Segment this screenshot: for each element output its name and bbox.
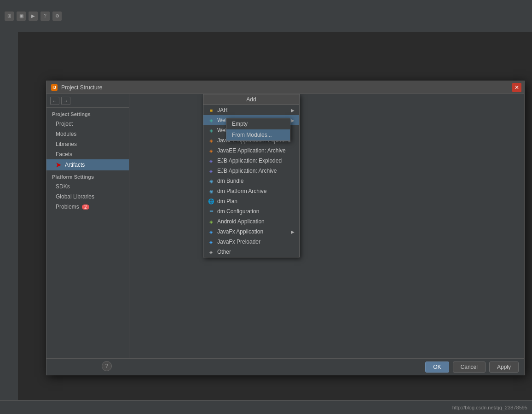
sidebar-item-modules[interactable]: Modules <box>46 129 129 139</box>
ejb-exploded-icon: ◈ <box>208 157 214 164</box>
dialog-main: Add ■ JAR ▶ ◈ Web Application: Exploded … <box>129 94 524 358</box>
project-structure-dialog: IJ Project Structure ✕ ← → Project Setti… <box>46 81 525 375</box>
dialog-close-button[interactable]: ✕ <box>512 83 521 92</box>
problems-label: Problems <box>56 204 79 210</box>
dropdown-item-dm-plan[interactable]: 🌐 dm Plan <box>203 196 299 206</box>
sidebar-nav: Project Settings Project Modules Librari… <box>46 108 129 358</box>
javafx-submenu-arrow: ▶ <box>291 229 295 234</box>
other-icon: ◈ <box>208 249 214 255</box>
javaee-exploded-icon: ◈ <box>208 137 214 144</box>
dialog-sidebar: ← → Project Settings Project Modules Lib… <box>46 94 129 358</box>
dialog-footer: ? OK Cancel Apply <box>46 358 524 375</box>
web-exploded-sub-menu: Empty From Modules... <box>226 118 290 141</box>
dropdown-item-jar[interactable]: ■ JAR ▶ <box>203 105 299 115</box>
dm-bundle-icon: ◉ <box>208 178 214 184</box>
sidebar-item-libraries[interactable]: Libraries <box>46 139 129 149</box>
jar-submenu-arrow: ▶ <box>291 108 295 113</box>
dropdown-item-ejb-exploded[interactable]: ◈ EJB Application: Exploded <box>203 156 299 166</box>
project-settings-label: Project Settings <box>46 108 129 119</box>
dialog-titlebar: IJ Project Structure ✕ <box>46 81 524 94</box>
ejb-archive-icon: ◈ <box>208 168 214 174</box>
dialog-body: ← → Project Settings Project Modules Lib… <box>46 94 524 358</box>
add-dropdown-header: Add <box>203 94 299 105</box>
artifacts-arrow-indicator: ➤ <box>56 161 63 169</box>
dropdown-item-javafx-app[interactable]: ◈ JavaFx Application ▶ <box>203 227 299 237</box>
javafx-icon: ◈ <box>208 228 214 235</box>
dropdown-item-javaee-archive[interactable]: ◈ JavaEE Application: Archive <box>203 146 299 156</box>
problems-badge: 2 <box>82 204 89 210</box>
problems-row[interactable]: Problems 2 <box>46 202 129 212</box>
dm-plan-icon: 🌐 <box>208 198 214 204</box>
submenu-item-from-modules[interactable]: From Modules... <box>226 129 290 140</box>
help-button[interactable]: ? <box>102 361 112 371</box>
dropdown-item-other[interactable]: ◈ Other <box>203 247 299 257</box>
javafx-preloader-icon: ◈ <box>208 239 214 245</box>
nav-forward-button[interactable]: → <box>61 97 70 105</box>
ok-button[interactable]: OK <box>425 362 449 373</box>
web-archive-icon: ◈ <box>208 127 214 134</box>
sidebar-toolbar: ← → <box>46 94 129 108</box>
dropdown-item-dm-platform-archive[interactable]: ◉ dm Platform Archive <box>203 186 299 196</box>
cancel-button[interactable]: Cancel <box>453 362 486 373</box>
dropdown-item-javafx-preloader[interactable]: ◈ JavaFx Preloader <box>203 237 299 247</box>
sidebar-item-artifacts[interactable]: ➤ Artifacts <box>46 159 129 170</box>
web-exploded-icon: ◈ <box>208 117 214 123</box>
dialog-title-icon: IJ <box>51 84 58 91</box>
sidebar-item-sdks[interactable]: SDKs <box>46 181 129 192</box>
dropdown-item-android-app[interactable]: ◈ Android Application <box>203 216 299 227</box>
submenu-item-empty[interactable]: Empty <box>226 118 290 129</box>
dm-config-icon: ☰ <box>208 208 214 215</box>
javaee-archive-icon: ◈ <box>208 147 214 154</box>
dropdown-item-dm-configuration[interactable]: ☰ dm Configuration <box>203 206 299 216</box>
nav-back-button[interactable]: ← <box>50 97 59 105</box>
sidebar-item-project[interactable]: Project <box>46 119 129 129</box>
apply-button[interactable]: Apply <box>489 362 519 373</box>
android-icon: ◈ <box>208 218 214 225</box>
dm-platform-icon: ◉ <box>208 188 214 194</box>
web-exploded-submenu-arrow: ▶ <box>291 118 295 123</box>
dialog-title-text: Project Structure <box>61 84 102 91</box>
dropdown-item-ejb-archive[interactable]: ◈ EJB Application: Archive <box>203 166 299 176</box>
dialog-overlay: IJ Project Structure ✕ ← → Project Setti… <box>0 0 532 414</box>
sidebar-item-global-libraries[interactable]: Global Libraries <box>46 192 129 202</box>
platform-settings-label: Platform Settings <box>46 170 129 181</box>
jar-icon: ■ <box>208 107 214 113</box>
dropdown-item-dm-bundle[interactable]: ◉ dm Bundle <box>203 176 299 186</box>
sidebar-item-facets[interactable]: Facets <box>46 149 129 159</box>
